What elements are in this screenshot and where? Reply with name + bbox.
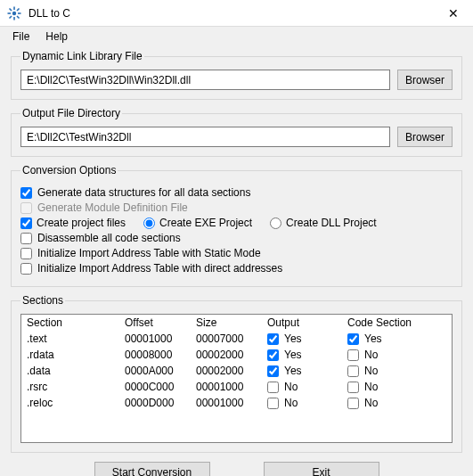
titlebar: DLL to C ✕: [0, 0, 473, 27]
cell-size: 00002000: [191, 363, 262, 379]
label-iat-direct: Initialize Import Address Table with dir…: [37, 262, 282, 275]
dll-browse-button[interactable]: Browser: [397, 70, 453, 90]
group-options-legend: Conversion Options: [20, 164, 118, 176]
radio-create-exe[interactable]: [143, 217, 155, 229]
cell-section-name: .text: [21, 331, 119, 347]
table-row: .rsrc0000C00000001000NoNo: [21, 379, 452, 395]
cell-output-label: Yes: [284, 349, 302, 361]
label-create-exe: Create EXE Project: [159, 217, 252, 229]
check-output[interactable]: [267, 333, 279, 345]
cell-output-label: No: [284, 381, 298, 393]
check-gen-structs[interactable]: [20, 187, 32, 199]
label-disasm: Disassemble all code sections: [37, 232, 181, 244]
cell-code-label: Yes: [364, 332, 382, 345]
table-row: .reloc0000D00000001000NoNo: [21, 395, 452, 411]
menu-file[interactable]: File: [5, 29, 37, 43]
cell-code-label: No: [364, 349, 378, 361]
svg-line-7: [17, 8, 20, 11]
cell-size: 00002000: [191, 347, 262, 363]
cell-output-label: No: [284, 397, 298, 409]
label-iat-static: Initialize Import Address Table with Sta…: [37, 247, 261, 259]
sections-table-wrap: Section Offset Size Output Code Section …: [20, 314, 453, 443]
check-iat-direct[interactable]: [20, 263, 32, 275]
th-output: Output: [262, 315, 342, 331]
window-title: DLL to C: [29, 7, 433, 20]
cell-offset: 00001000: [119, 331, 191, 347]
cell-offset: 0000D000: [119, 395, 191, 411]
cell-size: 00007000: [191, 331, 262, 347]
cell-section-name: .reloc: [21, 395, 119, 411]
group-output: Output File Directory Browser: [11, 107, 462, 157]
cell-size: 00001000: [191, 395, 262, 411]
cell-offset: 0000A000: [119, 363, 191, 379]
output-browse-button[interactable]: Browser: [397, 127, 453, 147]
label-gen-structs: Generate data structures for all data se…: [37, 186, 250, 199]
output-path-input[interactable]: [20, 127, 390, 147]
th-offset: Offset: [119, 315, 191, 331]
th-code: Code Section: [342, 315, 452, 331]
menubar: File Help: [0, 27, 473, 45]
menu-help[interactable]: Help: [38, 29, 75, 43]
cell-output-label: Yes: [284, 365, 302, 377]
group-sections-legend: Sections: [20, 294, 65, 307]
check-code-section[interactable]: [347, 349, 359, 361]
group-dll-legend: Dynamic Link Library File: [20, 50, 144, 62]
cell-size: 00001000: [191, 379, 262, 395]
cell-section-name: .data: [21, 363, 119, 379]
radio-create-dll[interactable]: [270, 217, 281, 229]
cell-code-label: No: [364, 365, 378, 377]
group-dll: Dynamic Link Library File Browser: [11, 50, 462, 100]
close-icon[interactable]: ✕: [433, 0, 473, 27]
exit-button[interactable]: Exit: [264, 462, 379, 476]
start-conversion-button[interactable]: Start Conversion: [94, 462, 210, 476]
svg-line-8: [10, 16, 12, 19]
label-create-proj: Create project files: [37, 217, 126, 229]
th-section: Section: [21, 315, 119, 331]
svg-line-5: [10, 8, 12, 11]
sections-table: Section Offset Size Output Code Section …: [21, 315, 452, 411]
cell-output-label: Yes: [284, 332, 302, 345]
cell-offset: 00008000: [119, 347, 191, 363]
footer: Start Conversion Exit: [11, 462, 462, 476]
app-icon: [7, 6, 21, 21]
table-row: .rdata0000800000002000YesNo: [21, 347, 452, 363]
table-row: .data0000A00000002000YesNo: [21, 363, 452, 379]
dll-path-input[interactable]: [20, 70, 390, 90]
check-code-section[interactable]: [347, 333, 359, 345]
th-size: Size: [191, 315, 262, 331]
svg-point-0: [12, 11, 16, 14]
group-options: Conversion Options Generate data structu…: [11, 164, 462, 287]
svg-line-6: [17, 16, 20, 19]
check-iat-static[interactable]: [20, 248, 32, 259]
check-gen-def: [20, 202, 32, 214]
check-code-section[interactable]: [347, 365, 359, 377]
check-code-section[interactable]: [347, 382, 359, 393]
label-create-dll: Create DLL Project: [286, 217, 377, 229]
check-output[interactable]: [267, 365, 279, 377]
table-row: .text0000100000007000YesYes: [21, 331, 452, 347]
check-disasm[interactable]: [20, 233, 32, 244]
cell-offset: 0000C000: [119, 379, 191, 395]
check-output[interactable]: [267, 398, 279, 409]
cell-section-name: .rsrc: [21, 379, 119, 395]
cell-code-label: No: [364, 397, 378, 409]
check-code-section[interactable]: [347, 398, 359, 409]
check-output[interactable]: [267, 382, 279, 393]
label-gen-def: Generate Module Definition File: [37, 201, 188, 214]
cell-code-label: No: [364, 381, 378, 393]
check-output[interactable]: [267, 349, 279, 361]
group-output-legend: Output File Directory: [20, 107, 122, 119]
cell-section-name: .rdata: [21, 347, 119, 363]
check-create-proj[interactable]: [20, 217, 32, 229]
group-sections: Sections Section Offset Size Output Code…: [11, 294, 462, 453]
